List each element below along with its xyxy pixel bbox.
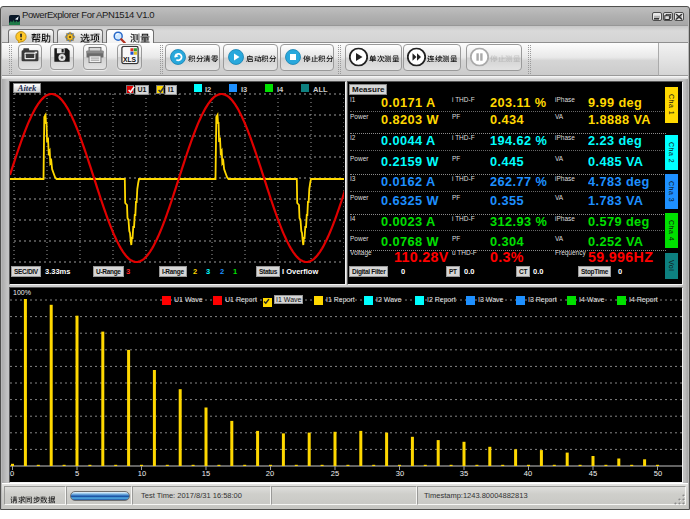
svg-text:XLS: XLS (122, 56, 136, 63)
